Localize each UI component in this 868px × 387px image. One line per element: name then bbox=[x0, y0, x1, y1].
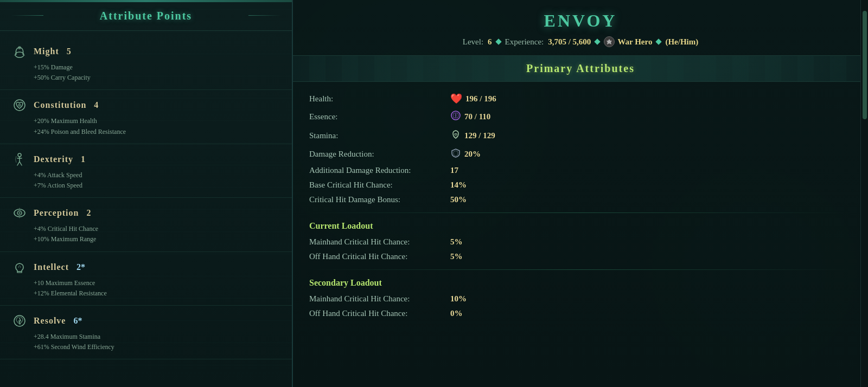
health-icon: ❤️ bbox=[450, 93, 462, 105]
perception-value: 2 bbox=[86, 208, 91, 218]
divider-1 bbox=[309, 212, 852, 213]
diamond-separator-1 bbox=[495, 38, 501, 44]
secondary-mainhand-crit-value: 10% bbox=[450, 294, 467, 304]
base-crit-chance-row: Base Critical Hit Chance: 14% bbox=[309, 180, 852, 190]
secondary-mainhand-crit-row: Mainhand Critical Hit Chance: 10% bbox=[309, 294, 852, 304]
health-value: 196 / 196 bbox=[465, 94, 496, 104]
constitution-icon bbox=[11, 96, 28, 114]
offhand-crit-value: 5% bbox=[450, 252, 463, 261]
perception-bonus-2: +10% Maximum Range bbox=[34, 234, 276, 244]
dexterity-attribute[interactable]: Dexterity 1 +4% Attack Speed +7% Action … bbox=[0, 144, 292, 198]
character-header: ENVOY Level: 6 Experience: 3,705 / 5,600… bbox=[293, 0, 868, 56]
perception-attribute[interactable]: Perception 2 +4% Critical Hit Chance +10… bbox=[0, 198, 292, 251]
damage-reduction-value: 20% bbox=[464, 150, 481, 159]
content-area: Primary Attributes Health: ❤️ 196 / 196 … bbox=[293, 56, 868, 387]
dexterity-bonus-2: +7% Action Speed bbox=[34, 180, 276, 191]
essence-row: Essence: 70 / 110 bbox=[309, 110, 852, 124]
crit-damage-bonus-label: Critical Hit Damage Bonus: bbox=[309, 195, 450, 204]
level-value: 6 bbox=[488, 37, 492, 47]
health-label-text: Health: bbox=[309, 94, 333, 103]
svg-point-1 bbox=[18, 46, 21, 49]
base-crit-chance-label: Base Critical Hit Chance: bbox=[309, 180, 450, 190]
intellect-bonus-2: +12% Elemental Resistance bbox=[34, 288, 276, 299]
war-hero-label: War Hero bbox=[617, 37, 652, 47]
intellect-attribute[interactable]: Intellect 2* +10 Maximum Essence +12% El… bbox=[0, 252, 292, 306]
divider-2 bbox=[309, 269, 852, 270]
stamina-row: Stamina: 129 / 129 bbox=[309, 129, 852, 142]
might-attribute[interactable]: Might 5 +15% Damage +50% Carry Capacity bbox=[0, 36, 292, 90]
health-row: Health: ❤️ 196 / 196 bbox=[309, 93, 852, 105]
level-label: Level: bbox=[463, 37, 483, 47]
left-panel: Attribute Points Might 5 +15% Damage +50 bbox=[0, 0, 293, 387]
perception-bonus-1: +4% Critical Hit Chance bbox=[34, 224, 276, 234]
mainhand-crit-row: Mainhand Critical Hit Chance: 5% bbox=[309, 237, 852, 247]
diamond-separator-3 bbox=[656, 38, 662, 44]
health-label: Health: bbox=[309, 94, 450, 104]
additional-damage-reduction-value: 17 bbox=[450, 166, 458, 175]
svg-point-3 bbox=[18, 104, 21, 107]
stats-content: Health: ❤️ 196 / 196 Essence: 70 / 110 bbox=[293, 82, 868, 334]
might-value: 5 bbox=[67, 47, 71, 56]
secondary-offhand-crit-label: Off Hand Critical Hit Chance: bbox=[309, 309, 450, 318]
might-bonus-2: +50% Carry Capacity bbox=[34, 73, 276, 83]
offhand-crit-label: Off Hand Critical Hit Chance: bbox=[309, 252, 450, 261]
intellect-bonus-1: +10 Maximum Essence bbox=[34, 278, 276, 288]
crit-damage-bonus-value: 50% bbox=[450, 195, 467, 204]
resolve-name: Resolve bbox=[34, 316, 66, 326]
primary-attributes-header: Primary Attributes bbox=[293, 56, 868, 82]
perception-name: Perception bbox=[34, 208, 79, 218]
resolve-bonus-1: +28.4 Maximum Stamina bbox=[34, 332, 276, 342]
diamond-separator-2 bbox=[595, 38, 601, 44]
war-hero-badge-icon bbox=[604, 36, 615, 47]
svg-point-4 bbox=[18, 153, 21, 157]
perception-icon bbox=[11, 204, 28, 222]
character-name: ENVOY bbox=[309, 11, 852, 31]
damage-reduction-row: Damage Reduction: 20% bbox=[309, 147, 852, 160]
right-panel: ENVOY Level: 6 Experience: 3,705 / 5,600… bbox=[293, 0, 868, 387]
might-name: Might bbox=[34, 47, 59, 56]
resolve-bonuses: +28.4 Maximum Stamina +61% Second Wind E… bbox=[11, 332, 276, 352]
secondary-mainhand-crit-label: Mainhand Critical Hit Chance: bbox=[309, 294, 450, 304]
intellect-value: 2* bbox=[76, 262, 85, 272]
svg-point-0 bbox=[15, 52, 24, 57]
mainhand-crit-value: 5% bbox=[450, 237, 463, 247]
primary-attributes-title: Primary Attributes bbox=[526, 62, 635, 74]
intellect-name: Intellect bbox=[34, 262, 69, 272]
constitution-bonuses: +20% Maximum Health +24% Poison and Blee… bbox=[11, 116, 276, 137]
resolve-attribute[interactable]: Resolve 6* +28.4 Maximum Stamina +61% Se… bbox=[0, 306, 292, 359]
intellect-icon bbox=[11, 259, 28, 276]
secondary-offhand-crit-row: Off Hand Critical Hit Chance: 0% bbox=[309, 309, 852, 318]
secondary-loadout-title: Secondary Loadout bbox=[309, 278, 852, 288]
constitution-bonus-2: +24% Poison and Bleed Resistance bbox=[34, 127, 276, 137]
scrollbar[interactable] bbox=[860, 0, 868, 387]
attribute-points-title: Attribute Points bbox=[0, 0, 292, 31]
dexterity-bonus-1: +4% Attack Speed bbox=[34, 170, 276, 180]
dexterity-bonuses: +4% Attack Speed +7% Action Speed bbox=[11, 170, 276, 191]
might-bonuses: +15% Damage +50% Carry Capacity bbox=[11, 62, 276, 83]
additional-damage-reduction-label: Additional Damage Reduction: bbox=[309, 166, 450, 175]
stamina-label-text: Stamina: bbox=[309, 131, 450, 140]
perception-bonuses: +4% Critical Hit Chance +10% Maximum Ran… bbox=[11, 224, 276, 244]
additional-damage-reduction-row: Additional Damage Reduction: 17 bbox=[309, 166, 852, 175]
war-hero-container: War Hero bbox=[604, 36, 652, 47]
experience-label: Experience: bbox=[505, 37, 544, 47]
stamina-value: 129 / 129 bbox=[464, 131, 495, 140]
experience-value: 3,705 / 5,600 bbox=[548, 37, 591, 47]
resolve-icon bbox=[11, 312, 28, 330]
mainhand-crit-label: Mainhand Critical Hit Chance: bbox=[309, 237, 450, 247]
stamina-icon bbox=[450, 129, 461, 142]
damage-reduction-label: Damage Reduction: bbox=[309, 150, 450, 159]
base-crit-chance-value: 14% bbox=[450, 180, 467, 190]
secondary-offhand-crit-value: 0% bbox=[450, 309, 463, 318]
pronouns: (He/Him) bbox=[665, 37, 698, 47]
crit-damage-bonus-row: Critical Hit Damage Bonus: 50% bbox=[309, 195, 852, 204]
constitution-attribute[interactable]: Constitution 4 +20% Maximum Health +24% … bbox=[0, 90, 292, 144]
might-icon bbox=[11, 43, 28, 60]
shield-icon bbox=[450, 147, 461, 160]
dexterity-name: Dexterity bbox=[34, 154, 73, 164]
constitution-value: 4 bbox=[94, 100, 98, 110]
svg-point-7 bbox=[18, 212, 21, 214]
might-bonus-1: +15% Damage bbox=[34, 62, 276, 73]
resolve-bonus-2: +61% Second Wind Efficiency bbox=[34, 342, 276, 352]
essence-icon bbox=[450, 110, 461, 124]
